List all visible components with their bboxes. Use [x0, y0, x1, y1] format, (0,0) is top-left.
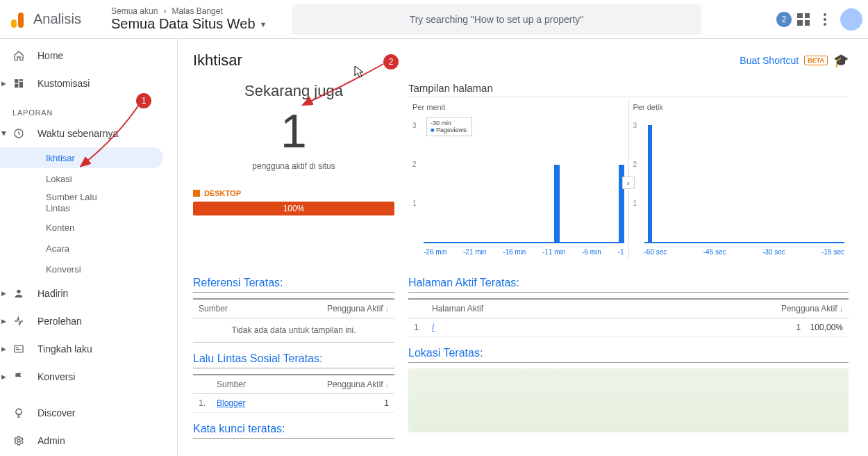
svg-rect-0 — [15, 79, 18, 83]
annotation-badge-1: 1 — [136, 93, 151, 108]
no-data-message: Tidak ada data untuk tampilan ini. — [193, 318, 394, 343]
col-active-users[interactable]: Pengguna Aktif ↓ — [265, 299, 394, 318]
graduation-cap-icon[interactable]: 🎓 — [833, 53, 849, 68]
page-title: Ikhtisar — [193, 51, 242, 70]
top-social-title: Lalu Lintas Sosial Teratas: — [193, 352, 394, 368]
svg-rect-8 — [16, 349, 21, 350]
top-active-pages-table: Halaman Aktif Pengguna Aktif ↓ 1. / 1 10… — [408, 298, 849, 337]
clock-icon — [12, 128, 25, 139]
home-icon — [12, 50, 25, 61]
search-input[interactable]: Try searching "How to set up a property" — [292, 4, 701, 35]
active-users-count: 1 — [193, 107, 394, 154]
nav-acquisition-label: Perolehan — [37, 316, 82, 327]
table-row[interactable]: 1. / 1 100,00% — [408, 318, 849, 337]
nav-admin-label: Admin — [37, 435, 65, 446]
topbar-right: 2 — [776, 8, 862, 31]
chevron-right-icon: ▶ — [1, 318, 6, 325]
acquisition-icon — [12, 316, 25, 327]
col-active-users[interactable]: Pengguna Aktif ↓ — [737, 299, 849, 318]
table-row[interactable]: 1. Blogger 1 — [193, 394, 394, 413]
top-social-table: Sumber Pengguna Aktif ↓ 1. Blogger 1 — [193, 374, 394, 413]
flag-icon — [12, 371, 25, 382]
device-percentage-bar: 100% — [193, 202, 394, 215]
social-source-link[interactable]: Blogger — [217, 398, 245, 408]
pageviews-title: Tampilan halaman — [408, 82, 849, 97]
nav-sub-traffic-sources[interactable]: Sumber Lalu Lintas — [29, 189, 163, 217]
page-head: Ikhtisar Buat Shortcut BETA 🎓 — [193, 51, 849, 70]
annotation-arrow-1 — [76, 101, 143, 171]
notification-count-badge[interactable]: 2 — [776, 12, 792, 27]
diagnostics-icon[interactable] — [797, 13, 810, 26]
cursor-icon — [354, 65, 365, 79]
chevron-right-icon: ▶ — [1, 373, 6, 380]
chevron-right-icon: ▶ — [1, 80, 6, 87]
device-legend: DESKTOP — [193, 189, 394, 197]
svg-rect-3 — [15, 84, 18, 88]
top-referrals-title: Referensi Teratas: — [193, 277, 394, 293]
breadcrumb[interactable]: Semua akun › Malas Banget Semua Data Sit… — [111, 6, 292, 32]
nav-admin[interactable]: Admin — [0, 427, 177, 455]
dashboard-icon — [12, 78, 25, 89]
chevron-right-icon: › — [163, 6, 166, 16]
nav-behavior[interactable]: ▶ Tingkah laku — [0, 335, 177, 363]
svg-rect-7 — [16, 347, 19, 348]
logo-block: Analisis — [11, 11, 111, 28]
gear-icon — [12, 435, 25, 446]
nav-discover-label: Discover — [37, 407, 75, 418]
lightbulb-icon — [12, 407, 25, 418]
nav-sub-events[interactable]: Acara — [29, 238, 163, 259]
nav-home[interactable]: Home — [0, 42, 177, 70]
beta-badge: BETA — [804, 56, 828, 65]
chevron-right-icon: ▶ — [1, 290, 6, 297]
chart-y-axis: 321 — [412, 125, 422, 243]
nav-behavior-label: Tingkah laku — [37, 343, 92, 355]
col-source[interactable]: Sumber — [211, 375, 276, 394]
more-menu-icon[interactable] — [824, 13, 826, 26]
analytics-logo-icon — [11, 11, 26, 28]
nav-acquisition[interactable]: ▶ Perolehan — [0, 307, 177, 335]
view-name: Semua Data Situs Web — [111, 16, 256, 32]
square-icon — [193, 190, 200, 197]
annotation-arrow-2 — [300, 63, 386, 108]
chart-per-second: Per detik 321 -60 sec-45 sec-30 sec-15 s… — [629, 99, 849, 259]
create-shortcut-link[interactable]: Buat Shortcut — [740, 55, 799, 66]
nav-audience[interactable]: ▶ Hadirin — [0, 279, 177, 307]
nav-customisation[interactable]: ▶ Kustomisasi — [0, 70, 177, 97]
product-name: Analisis — [33, 11, 81, 27]
chart-per-second-label: Per detik — [633, 103, 849, 111]
chart-per-minute: Per menit -30 min ■ Pageviews: 321 — [408, 99, 629, 259]
chart-x-axis: -26 min-21 min-16 min-11 min-6 min-1 — [424, 248, 624, 256]
behavior-icon — [12, 343, 25, 355]
col-active-users[interactable]: Pengguna Aktif ↓ — [276, 375, 394, 394]
active-page-link[interactable]: / — [432, 323, 434, 332]
nav-conversions[interactable]: ▶ Konversi — [0, 363, 177, 391]
sort-down-icon: ↓ — [840, 305, 843, 313]
user-avatar[interactable] — [840, 8, 862, 31]
realtime-summary: Sekarang juga 1 pengguna aktif di situs … — [193, 82, 394, 259]
nav-discover[interactable]: Discover — [0, 399, 177, 427]
top-active-pages-title: Halaman Aktif Teratas: — [408, 277, 849, 293]
top-referrals-table: Sumber Pengguna Aktif ↓ — [193, 298, 394, 318]
nav-sub-locations[interactable]: Lokasi — [29, 168, 163, 189]
locations-map[interactable] — [408, 368, 849, 432]
col-active-page[interactable]: Halaman Aktif — [426, 299, 737, 318]
annotation-badge-2: 2 — [383, 54, 399, 70]
nav-sub-content[interactable]: Konten — [29, 217, 163, 238]
chevron-down-icon: ▶ — [1, 131, 8, 136]
nav-sub-conversions[interactable]: Konversi — [29, 259, 163, 279]
crumb-accounts: Semua akun — [111, 6, 158, 16]
nav-customisation-label: Kustomisasi — [37, 78, 90, 89]
top-locations-title: Lokasi Teratas: — [408, 347, 849, 363]
search-placeholder: Try searching "How to set up a property" — [410, 14, 584, 25]
svg-point-9 — [17, 439, 20, 442]
nav-audience-label: Hadirin — [37, 288, 68, 299]
svg-point-5 — [17, 290, 20, 293]
sort-down-icon: ↓ — [385, 305, 389, 313]
top-bar: Analisis Semua akun › Malas Banget Semua… — [0, 0, 868, 39]
nav-home-label: Home — [37, 50, 63, 61]
chart-x-axis: -60 sec-45 sec-30 sec-15 sec — [644, 248, 845, 256]
chart-per-minute-label: Per menit — [412, 103, 628, 111]
col-source[interactable]: Sumber — [193, 299, 265, 318]
chart-expand-button[interactable]: › — [622, 177, 635, 189]
person-icon — [12, 288, 25, 299]
